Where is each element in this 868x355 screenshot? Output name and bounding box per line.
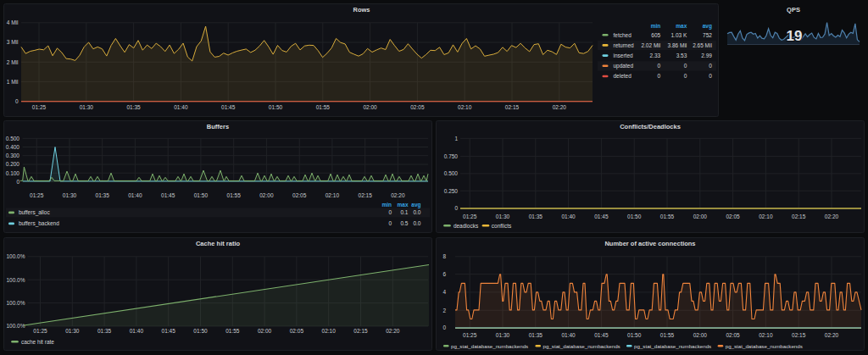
svg-text:Cache hit ratio: Cache hit ratio (196, 240, 241, 247)
svg-text:2 Mil: 2 Mil (7, 59, 19, 65)
svg-text:0.500: 0.500 (444, 170, 459, 176)
svg-text:0.250: 0.250 (444, 188, 459, 194)
svg-text:01:50: 01:50 (627, 332, 642, 338)
svg-text:0: 0 (454, 205, 458, 211)
svg-text:02:10: 02:10 (458, 104, 472, 110)
svg-text:Number of active connections: Number of active connections (604, 240, 695, 247)
svg-text:0: 0 (658, 63, 661, 69)
svg-text:02:00: 02:00 (258, 328, 272, 334)
svg-text:02:05: 02:05 (410, 104, 425, 110)
svg-text:01:25: 01:25 (32, 104, 47, 110)
svg-text:605: 605 (651, 32, 660, 38)
svg-text:01:25: 01:25 (463, 332, 477, 338)
svg-text:02:15: 02:15 (505, 104, 520, 110)
svg-text:0.0: 0.0 (413, 220, 420, 226)
svg-text:02:05: 02:05 (292, 192, 307, 198)
svg-text:01:45: 01:45 (594, 214, 609, 219)
svg-text:100.0%: 100.0% (6, 300, 25, 306)
svg-text:0: 0 (442, 324, 446, 330)
svg-text:min: min (381, 202, 392, 208)
svg-text:QPS: QPS (787, 6, 800, 14)
svg-text:deadlocks: deadlocks (453, 223, 479, 229)
svg-text:conflicts: conflicts (492, 223, 512, 229)
svg-text:01:50: 01:50 (627, 214, 642, 219)
svg-text:01:30: 01:30 (496, 332, 510, 338)
svg-text:0.750: 0.750 (444, 153, 459, 159)
svg-text:2.65 Mil: 2.65 Mil (693, 42, 712, 48)
svg-text:01:40: 01:40 (561, 214, 576, 219)
svg-text:4: 4 (442, 289, 446, 295)
svg-text:updated: updated (614, 63, 634, 69)
svg-text:02:20: 02:20 (391, 192, 405, 198)
svg-text:01:55: 01:55 (227, 192, 242, 198)
svg-text:01:55: 01:55 (660, 332, 675, 338)
svg-text:buffers_backend: buffers_backend (19, 220, 59, 227)
svg-text:02:00: 02:00 (259, 192, 274, 198)
svg-text:01:35: 01:35 (126, 104, 141, 110)
svg-text:01:55: 01:55 (225, 328, 240, 334)
svg-text:0.0: 0.0 (413, 209, 420, 215)
svg-text:pg_stat_database_numbackends: pg_stat_database_numbackends (726, 343, 803, 349)
svg-text:02:15: 02:15 (353, 328, 368, 334)
svg-text:01:30: 01:30 (65, 328, 80, 334)
svg-text:pg_stat_database_numbackends: pg_stat_database_numbackends (634, 343, 711, 349)
svg-text:returned: returned (614, 42, 635, 48)
svg-text:0: 0 (658, 73, 661, 79)
svg-text:02:15: 02:15 (792, 332, 806, 338)
svg-text:01:45: 01:45 (162, 328, 176, 334)
svg-text:1.03 K: 1.03 K (671, 32, 687, 38)
svg-text:02:15: 02:15 (359, 192, 373, 198)
svg-text:01:35: 01:35 (97, 328, 112, 334)
svg-text:02:20: 02:20 (825, 214, 839, 219)
svg-text:100.0%: 100.0% (6, 253, 25, 259)
svg-text:0.200: 0.200 (6, 161, 20, 167)
svg-text:02:10: 02:10 (326, 192, 340, 198)
svg-text:Buffers: Buffers (207, 123, 229, 130)
svg-text:02:00: 02:00 (693, 214, 708, 219)
svg-text:01:35: 01:35 (529, 214, 543, 219)
svg-text:cache hit rate: cache hit rate (21, 339, 54, 345)
svg-text:02:05: 02:05 (726, 332, 740, 338)
svg-text:02:05: 02:05 (290, 328, 304, 334)
svg-text:02:05: 02:05 (726, 214, 740, 219)
svg-text:01:55: 01:55 (660, 214, 675, 219)
svg-text:4 Mil: 4 Mil (7, 19, 19, 25)
svg-text:01:50: 01:50 (194, 192, 209, 198)
svg-text:1: 1 (454, 136, 458, 141)
svg-text:01:50: 01:50 (269, 104, 283, 110)
svg-text:2: 2 (442, 308, 446, 313)
svg-text:01:40: 01:40 (174, 104, 188, 110)
svg-text:100.0%: 100.0% (6, 323, 25, 329)
svg-text:01:40: 01:40 (128, 192, 142, 198)
svg-text:01:25: 01:25 (463, 214, 477, 219)
svg-text:02:15: 02:15 (792, 214, 806, 219)
svg-text:02:10: 02:10 (759, 214, 773, 219)
svg-text:Rows: Rows (353, 6, 370, 14)
svg-text:19: 19 (787, 28, 803, 44)
svg-text:0.500: 0.500 (6, 136, 20, 141)
svg-text:Conflicts/Deadlocks: Conflicts/Deadlocks (620, 123, 681, 130)
svg-text:3.86 Mil: 3.86 Mil (668, 42, 687, 48)
svg-text:fetched: fetched (614, 32, 632, 38)
svg-text:01:30: 01:30 (80, 104, 94, 110)
svg-text:752: 752 (703, 32, 712, 38)
svg-text:01:30: 01:30 (496, 214, 510, 219)
svg-text:avg: avg (703, 23, 712, 30)
svg-text:01:40: 01:40 (130, 328, 144, 334)
svg-text:avg: avg (411, 202, 420, 208)
svg-text:3 Mil: 3 Mil (7, 39, 19, 45)
svg-text:2.99: 2.99 (701, 53, 712, 58)
svg-text:02:00: 02:00 (363, 104, 377, 110)
svg-text:0.1: 0.1 (400, 209, 408, 215)
svg-text:100.0%: 100.0% (6, 277, 25, 283)
svg-text:0: 0 (684, 63, 687, 69)
svg-text:02:00: 02:00 (693, 332, 708, 338)
svg-text:pg_stat_database_numbackends: pg_stat_database_numbackends (543, 343, 620, 349)
svg-text:01:30: 01:30 (63, 192, 77, 198)
svg-text:8: 8 (442, 253, 446, 259)
svg-text:inserted: inserted (614, 53, 634, 58)
svg-text:1 Mil: 1 Mil (7, 79, 19, 85)
svg-text:2.33: 2.33 (650, 53, 661, 58)
svg-text:0: 0 (388, 220, 392, 226)
svg-text:min: min (651, 23, 661, 29)
